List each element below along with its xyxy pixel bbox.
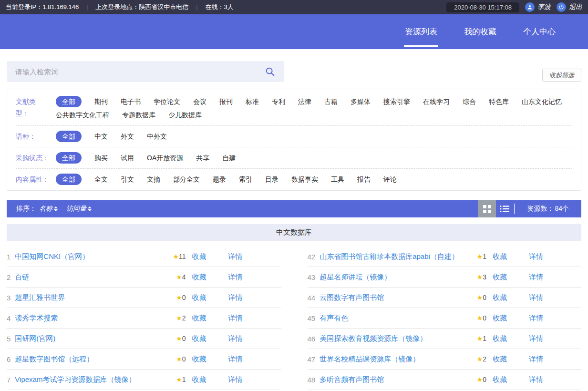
favorite-link[interactable]: 收藏 bbox=[192, 334, 206, 343]
filter-option[interactable]: 古籍 bbox=[324, 96, 338, 107]
favorite-link[interactable]: 收藏 bbox=[192, 293, 206, 302]
filter-option[interactable]: 搜索引擎 bbox=[383, 96, 410, 107]
filter-option[interactable]: 山东文化记忆 bbox=[522, 96, 562, 107]
sort-by-visits[interactable]: 访问量 bbox=[66, 205, 92, 213]
list-view-button[interactable] bbox=[496, 200, 513, 217]
filter-option[interactable]: 标准 bbox=[246, 96, 259, 107]
filter-option[interactable]: 会议 bbox=[193, 96, 206, 107]
logout-button[interactable]: 退出 bbox=[557, 2, 582, 12]
favorite-link[interactable]: 收藏 bbox=[493, 293, 507, 302]
detail-link[interactable]: 详情 bbox=[529, 252, 543, 261]
filter-option[interactable]: 报刊 bbox=[219, 96, 233, 107]
filter-option[interactable]: 文摘 bbox=[147, 174, 160, 185]
detail-link[interactable]: 详情 bbox=[529, 355, 543, 364]
favorite-link[interactable]: 收藏 bbox=[192, 252, 206, 261]
database-title-link[interactable]: 中国知网CNKI（官网） bbox=[15, 252, 173, 261]
filter-option[interactable]: 电子书 bbox=[121, 96, 141, 107]
filter-option[interactable]: 评论 bbox=[383, 174, 397, 185]
filter-option[interactable]: 全文 bbox=[94, 174, 108, 185]
filter-option[interactable]: 少儿数据库 bbox=[168, 109, 202, 121]
filter-option[interactable]: 索引 bbox=[239, 174, 252, 185]
last-login-location-label: 上次登录地点：陕西省汉中市电信 bbox=[95, 3, 188, 11]
filter-option[interactable]: 专利 bbox=[272, 96, 285, 107]
filter-option[interactable]: 题录 bbox=[213, 174, 226, 185]
detail-link[interactable]: 详情 bbox=[228, 314, 243, 323]
filter-row-purchase-status: 采购状态： 全部购买试用OA开放资源共享自建 bbox=[16, 147, 572, 169]
row-number: 1 bbox=[7, 253, 10, 261]
filter-option[interactable]: 购买 bbox=[94, 152, 108, 164]
search-input[interactable] bbox=[15, 68, 265, 76]
detail-link[interactable]: 详情 bbox=[529, 293, 543, 302]
favorite-link[interactable]: 收藏 bbox=[493, 334, 507, 343]
filter-option[interactable]: 全部 bbox=[56, 152, 82, 164]
filter-option[interactable]: 目录 bbox=[265, 174, 279, 185]
database-title-link[interactable]: 世界名校精品课资源库（镜像） bbox=[320, 355, 476, 364]
sort-by-name[interactable]: 名称 bbox=[39, 205, 58, 213]
filter-option[interactable]: 工具 bbox=[331, 174, 344, 185]
database-title-link[interactable]: 超星汇雅书世界 bbox=[15, 293, 176, 302]
tab-resource-list[interactable]: 资源列表 bbox=[404, 23, 438, 40]
filter-option[interactable]: 数据事实 bbox=[291, 174, 318, 185]
filter-option[interactable]: 引文 bbox=[121, 174, 134, 185]
database-title-link[interactable]: 超星数字图书馆（远程） bbox=[15, 355, 176, 364]
database-title-link[interactable]: 美国探索教育视频资源库（镜像） bbox=[320, 334, 476, 343]
filter-option[interactable]: 综合 bbox=[463, 96, 476, 107]
favorite-link[interactable]: 收藏 bbox=[493, 252, 507, 261]
user-menu[interactable]: 李波 bbox=[525, 2, 551, 12]
favorite-link[interactable]: 收藏 bbox=[493, 355, 507, 364]
detail-link[interactable]: 详情 bbox=[529, 375, 543, 384]
database-title-link[interactable]: 有声有色 bbox=[320, 314, 476, 323]
favorite-link[interactable]: 收藏 bbox=[192, 355, 206, 364]
favorite-link[interactable]: 收藏 bbox=[493, 375, 507, 384]
detail-link[interactable]: 详情 bbox=[228, 273, 243, 282]
detail-link[interactable]: 详情 bbox=[228, 252, 243, 261]
filter-option[interactable]: 特色库 bbox=[489, 96, 509, 107]
grid-view-button[interactable] bbox=[478, 200, 496, 217]
detail-link[interactable]: 详情 bbox=[529, 314, 543, 323]
filter-option[interactable]: 全部 bbox=[56, 131, 82, 142]
filter-option[interactable]: 共享 bbox=[196, 152, 209, 164]
filter-option[interactable]: 期刊 bbox=[94, 96, 108, 107]
filter-option[interactable]: 学位论文 bbox=[154, 96, 180, 107]
detail-link[interactable]: 详情 bbox=[228, 355, 243, 364]
favorite-link[interactable]: 收藏 bbox=[493, 314, 507, 323]
database-title-link[interactable]: 山东省图书馆古籍珍本数据库apabi（自建） bbox=[320, 252, 476, 261]
favorite-link[interactable]: 收藏 bbox=[192, 314, 206, 323]
filter-option[interactable]: 在线学习 bbox=[423, 96, 450, 107]
detail-link[interactable]: 详情 bbox=[228, 375, 243, 384]
filter-option[interactable]: 多媒体 bbox=[351, 96, 371, 107]
database-title-link[interactable]: 百链 bbox=[15, 273, 176, 282]
database-title-link[interactable]: 国研网(官网) bbox=[15, 334, 176, 343]
database-title-link[interactable]: Vipexam考试学习资源数据库（镜像） bbox=[15, 375, 176, 384]
resource-count-label: 资源数： bbox=[527, 205, 554, 213]
detail-link[interactable]: 详情 bbox=[228, 334, 243, 343]
filter-label: 采购状态： bbox=[16, 152, 56, 164]
filter-option[interactable]: 外文 bbox=[121, 131, 134, 142]
database-title-link[interactable]: 读秀学术搜索 bbox=[15, 314, 176, 323]
tab-my-favorites[interactable]: 我的收藏 bbox=[463, 23, 497, 40]
tab-personal-center[interactable]: 个人中心 bbox=[522, 23, 557, 40]
favorite-link[interactable]: 收藏 bbox=[493, 273, 507, 282]
filter-option[interactable]: 报告 bbox=[357, 174, 371, 185]
database-title-link[interactable]: 多听音频有声图书馆 bbox=[320, 375, 476, 384]
filter-option[interactable]: 部分全文 bbox=[173, 174, 200, 185]
filter-option[interactable]: 全部 bbox=[56, 96, 82, 107]
filter-option[interactable]: 试用 bbox=[121, 152, 134, 164]
database-title-link[interactable]: 超星名师讲坛（镜像） bbox=[320, 273, 476, 282]
search-button[interactable] bbox=[265, 66, 275, 77]
database-title-link[interactable]: 云图数字有声图书馆 bbox=[320, 293, 476, 302]
favorite-link[interactable]: 收藏 bbox=[192, 273, 206, 282]
filter-option[interactable]: OA开放资源 bbox=[147, 152, 183, 164]
filter-option[interactable]: 法律 bbox=[298, 96, 311, 107]
detail-link[interactable]: 详情 bbox=[529, 334, 543, 343]
filter-option[interactable]: 专题数据库 bbox=[122, 109, 155, 121]
favorite-link[interactable]: 收藏 bbox=[192, 375, 206, 384]
collapse-filter-button[interactable]: 收起筛选 bbox=[542, 69, 581, 82]
filter-option[interactable]: 中文 bbox=[94, 131, 108, 142]
filter-option[interactable]: 自建 bbox=[222, 152, 236, 164]
filter-option[interactable]: 公共数字文化工程 bbox=[56, 109, 109, 121]
detail-link[interactable]: 详情 bbox=[228, 293, 243, 302]
detail-link[interactable]: 详情 bbox=[529, 273, 543, 282]
filter-option[interactable]: 中外文 bbox=[147, 131, 167, 142]
filter-option[interactable]: 全部 bbox=[56, 174, 82, 185]
